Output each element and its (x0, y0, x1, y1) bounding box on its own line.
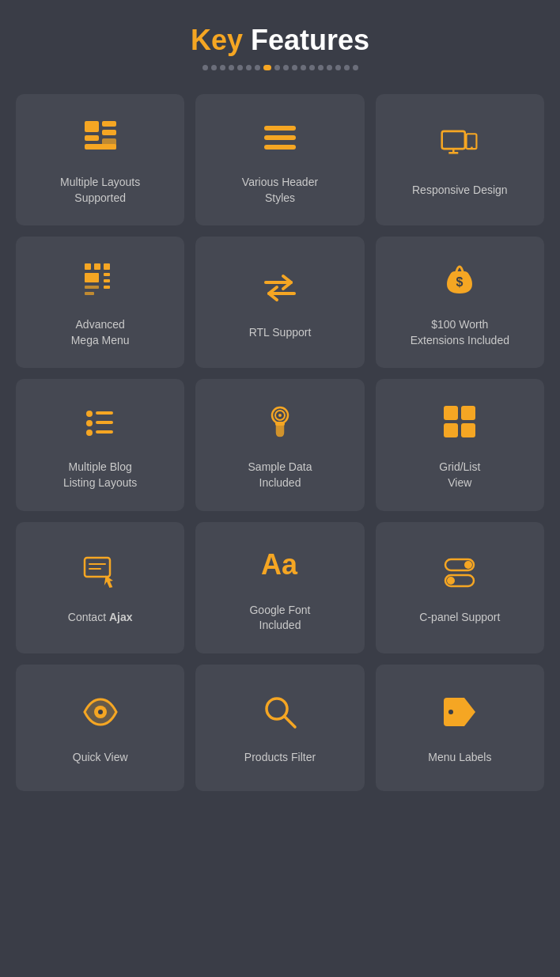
svg-text:$: $ (456, 275, 464, 289)
feature-label-extensions: $100 WorthExtensions Included (411, 317, 509, 348)
blog-icon (81, 403, 119, 445)
svg-point-30 (86, 430, 93, 436)
feature-card-contact-ajax: Contact Ajax (16, 522, 184, 653)
title-highlight: Key (191, 24, 243, 56)
feature-label-rtl-support: RTL Support (249, 325, 312, 341)
feature-card-various-header: Various HeaderStyles (195, 94, 364, 225)
megamenu-icon (81, 260, 119, 303)
feature-label-blog-listing: Multiple BlogListing Layouts (63, 460, 137, 490)
dot-15 (327, 65, 332, 70)
dot-7 (255, 65, 260, 70)
feature-card-products-filter: Products Filter (195, 665, 364, 791)
feature-label-products-filter: Products Filter (244, 750, 316, 766)
pagination-dots (16, 65, 544, 70)
dot-9 (274, 65, 280, 70)
svg-rect-37 (461, 406, 475, 420)
toggle-icon (441, 553, 479, 596)
dot-1 (202, 65, 208, 70)
title-rest: Features (243, 24, 369, 56)
responsive-icon (441, 126, 479, 169)
svg-rect-20 (104, 273, 110, 276)
dot-2 (211, 65, 217, 70)
dot-6 (246, 65, 252, 70)
page-header: Key Features (16, 24, 544, 57)
tag-icon (441, 693, 479, 736)
feature-label-menu-labels: Menu Labels (428, 750, 491, 766)
svg-rect-9 (442, 131, 465, 149)
svg-point-26 (86, 411, 93, 417)
feature-card-grid-list: Grid/ListView (376, 379, 544, 510)
dot-14 (318, 65, 324, 70)
svg-rect-2 (102, 130, 116, 135)
svg-rect-17 (85, 273, 99, 282)
svg-rect-39 (461, 423, 475, 437)
svg-rect-18 (85, 286, 99, 289)
dot-3 (220, 65, 225, 70)
svg-rect-31 (96, 430, 113, 434)
dot-11 (292, 65, 297, 70)
svg-rect-12 (467, 134, 477, 149)
svg-rect-38 (444, 423, 458, 437)
svg-rect-29 (96, 421, 113, 424)
feature-card-extensions: $ $100 WorthExtensions Included (376, 237, 544, 368)
features-grid: Multiple LayoutsSupported Various Header… (16, 94, 544, 791)
feature-card-rtl-support: RTL Support (195, 237, 364, 368)
svg-rect-16 (104, 263, 110, 270)
svg-point-48 (447, 577, 455, 585)
svg-rect-15 (94, 263, 100, 270)
touch-icon (261, 403, 299, 445)
feature-label-advanced-mega-menu: AdvancedMega Menu (71, 317, 130, 348)
header-icon (261, 118, 299, 161)
feature-card-responsive-design: Responsive Design (376, 94, 544, 225)
feature-card-menu-labels: Menu Labels (376, 665, 544, 791)
svg-rect-40 (85, 558, 110, 577)
feature-card-multiple-layouts: Multiple LayoutsSupported (16, 94, 184, 225)
svg-rect-3 (85, 135, 99, 141)
svg-rect-19 (85, 292, 94, 295)
svg-text:Aa: Aa (261, 548, 298, 581)
svg-rect-36 (444, 406, 458, 420)
dot-17 (344, 65, 350, 70)
svg-line-52 (285, 717, 295, 727)
feature-card-blog-listing: Multiple BlogListing Layouts (16, 379, 184, 510)
feature-label-grid-list: Grid/ListView (439, 460, 480, 490)
feature-label-google-font: Google FontIncluded (249, 603, 310, 634)
feature-label-sample-data: Sample DataIncluded (248, 460, 312, 490)
feature-card-sample-data: Sample DataIncluded (195, 379, 364, 510)
ajax-icon (81, 553, 119, 596)
svg-point-50 (98, 710, 103, 714)
page-wrapper: Key Features (0, 0, 560, 823)
dot-4 (229, 65, 234, 70)
feature-card-quick-view: Quick View (16, 665, 184, 791)
svg-rect-27 (96, 411, 113, 415)
svg-rect-0 (85, 121, 99, 132)
layouts-icon (81, 118, 119, 161)
rtl-icon (261, 268, 299, 311)
dot-10 (283, 65, 289, 70)
svg-point-34 (278, 414, 282, 417)
dot-5 (237, 65, 243, 70)
search-icon (261, 693, 299, 736)
svg-rect-21 (104, 279, 110, 282)
svg-rect-1 (102, 121, 116, 127)
svg-rect-14 (85, 263, 91, 270)
svg-rect-8 (264, 145, 296, 150)
svg-point-28 (86, 420, 93, 426)
svg-point-46 (464, 561, 472, 569)
svg-point-53 (448, 710, 453, 714)
feature-card-cpanel: C-panel Support (376, 522, 544, 653)
feature-label-contact-ajax: Contact Ajax (68, 610, 133, 626)
page-title: Key Features (16, 24, 544, 57)
dot-18 (353, 65, 358, 70)
feature-card-advanced-mega-menu: AdvancedMega Menu (16, 237, 184, 368)
feature-label-responsive-design: Responsive Design (412, 183, 508, 199)
feature-label-cpanel: C-panel Support (419, 610, 500, 626)
feature-card-google-font: Aa Google FontIncluded (195, 522, 364, 653)
feature-label-various-header: Various HeaderStyles (242, 175, 318, 206)
font-icon: Aa (258, 546, 302, 589)
svg-rect-7 (264, 135, 296, 140)
dot-16 (335, 65, 341, 70)
eye-icon (81, 693, 119, 736)
dot-8-active (263, 65, 271, 70)
svg-rect-5 (102, 138, 116, 150)
